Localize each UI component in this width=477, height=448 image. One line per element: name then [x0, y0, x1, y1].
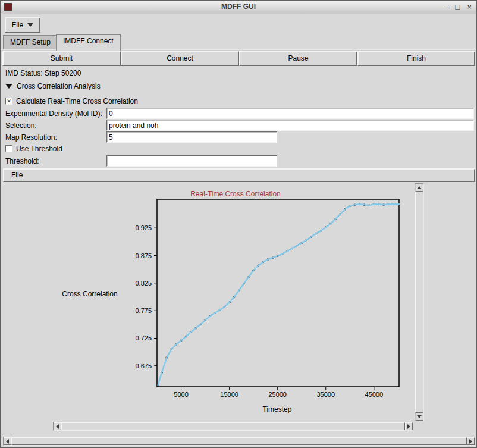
svg-text:0.775: 0.775 — [135, 307, 152, 314]
tab-mdff-setup-label: MDFF Setup — [10, 38, 51, 46]
window-controls: − □ × — [444, 2, 472, 12]
map-resolution-input[interactable] — [106, 131, 277, 143]
tab-mdff-setup[interactable]: MDFF Setup — [3, 35, 58, 49]
cc-header-label: Cross Correlation Analysis — [17, 82, 101, 90]
horizontal-scrollbar-thumb[interactable] — [61, 422, 405, 430]
selection-input[interactable] — [106, 120, 474, 131]
calc-cc-checkbox-row: ✕ Calculate Real-Time Cross Correlation — [5, 97, 138, 105]
window-title: MDFF GUI — [1, 2, 476, 11]
submit-button[interactable]: Submit — [2, 51, 121, 66]
minimize-icon[interactable]: − — [444, 2, 448, 12]
close-icon[interactable]: × — [467, 2, 472, 12]
scroll-left-arrow[interactable] — [54, 422, 61, 430]
tab-imdff-connect[interactable]: IMDFF Connect — [56, 34, 121, 51]
svg-text:25000: 25000 — [268, 391, 287, 398]
cross-correlation-section-header[interactable]: Cross Correlation Analysis — [5, 82, 101, 90]
svg-text:45000: 45000 — [365, 391, 384, 398]
right-arrow-icon — [407, 424, 410, 429]
calc-cc-checkbox[interactable]: ✕ — [5, 98, 12, 105]
map-resolution-label: Map Resolution: — [5, 133, 57, 142]
titlebar: MDFF GUI − □ × — [1, 1, 476, 14]
plot-vertical-scrollbar[interactable] — [415, 183, 424, 421]
left-arrow-icon — [6, 439, 9, 444]
imd-status-text: IMD Status: Step 50200 — [5, 69, 81, 77]
right-arrow-icon — [469, 439, 472, 444]
up-arrow-icon — [417, 186, 422, 189]
plot-window: File Real-Time Cross Correlation Cross C… — [3, 168, 475, 434]
file-menubutton[interactable]: File — [5, 17, 40, 33]
maximize-icon[interactable]: □ — [456, 2, 460, 12]
svg-text:5000: 5000 — [174, 391, 188, 398]
finish-button[interactable]: Finish — [357, 51, 475, 66]
threshold-input[interactable] — [106, 155, 277, 167]
file-menu-label: File — [12, 21, 23, 29]
plot-file-menu[interactable]: File — [11, 171, 23, 179]
svg-text:0.675: 0.675 — [135, 362, 152, 369]
scroll-right-arrow[interactable] — [405, 422, 413, 430]
svg-text:15000: 15000 — [220, 391, 238, 398]
pause-button[interactable]: Pause — [239, 51, 357, 66]
threshold-label: Threshold: — [5, 157, 39, 165]
scroll-up-arrow[interactable] — [416, 184, 423, 192]
use-threshold-row: Use Threshold — [5, 145, 62, 153]
cc-plot-svg: 0.6750.7250.7750.8250.8750.9255000150002… — [4, 183, 413, 421]
down-arrow-icon — [417, 415, 422, 418]
vertical-scrollbar-thumb[interactable] — [415, 192, 423, 413]
tab-imdff-connect-label: IMDFF Connect — [63, 37, 114, 45]
window-scroll-left-arrow[interactable] — [4, 437, 11, 445]
svg-text:0.925: 0.925 — [135, 224, 152, 231]
svg-text:0.725: 0.725 — [135, 334, 152, 342]
svg-text:0.875: 0.875 — [135, 252, 152, 259]
window-scroll-right-arrow[interactable] — [467, 437, 475, 445]
calc-cc-checkbox-label: Calculate Real-Time Cross Correlation — [16, 97, 138, 105]
plot-canvas: Real-Time Cross Correlation Cross Correl… — [4, 183, 413, 421]
experimental-density-label: Experimental Density (Mol ID): — [5, 109, 102, 118]
connect-button[interactable]: Connect — [121, 51, 239, 66]
window-horizontal-scrollbar[interactable] — [3, 437, 475, 446]
svg-text:35000: 35000 — [316, 391, 335, 398]
plot-menubar: File — [3, 168, 475, 182]
dropdown-arrow-icon — [27, 23, 33, 27]
use-threshold-checkbox[interactable] — [5, 145, 12, 152]
plot-horizontal-scrollbar[interactable] — [53, 422, 413, 431]
selection-label: Selection: — [5, 121, 37, 130]
svg-text:0.825: 0.825 — [135, 280, 152, 287]
experimental-density-input[interactable] — [106, 108, 474, 119]
window-scrollbar-thumb[interactable] — [11, 437, 467, 445]
use-threshold-label: Use Threshold — [16, 145, 62, 153]
collapse-triangle-icon[interactable] — [5, 84, 12, 89]
left-arrow-icon — [56, 424, 59, 429]
mdff-gui-window: MDFF GUI − □ × File MDFF Setup IMDFF Con… — [0, 0, 477, 448]
scroll-down-arrow[interactable] — [416, 413, 423, 421]
